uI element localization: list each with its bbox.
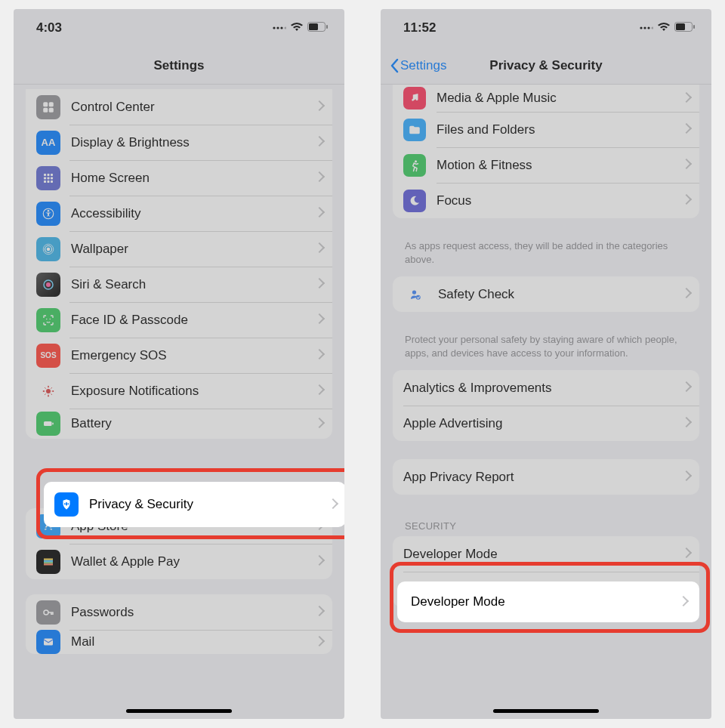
control-center-icon [36,95,60,119]
svg-point-53 [640,26,642,29]
back-label: Settings [400,58,446,73]
status-bar: 11:52 [381,9,711,47]
svg-line-36 [45,393,46,395]
row-focus[interactable]: Focus [393,183,699,218]
phone-privacy-security: 11:52 Settings Privacy & Security Media … [381,9,711,719]
wallpaper-icon [36,237,60,261]
footer-safety-note: Protect your personal safety by staying … [381,327,711,370]
row-wallet[interactable]: Wallet & Apple Pay [26,544,332,579]
row-label: Analytics & Improvements [403,381,683,396]
faceid-icon [36,308,60,332]
svg-rect-58 [676,23,685,30]
row-siri-search[interactable]: Siri & Search [26,267,332,302]
row-display-brightness[interactable]: AA Display & Brightness [26,125,332,160]
section-header-security: SECURITY [381,510,711,536]
svg-point-41 [52,390,54,392]
sos-icon: SOS [36,344,60,368]
row-app-privacy-report[interactable]: App Privacy Report [393,459,699,495]
svg-rect-5 [309,23,318,30]
svg-point-39 [48,395,49,396]
chevron-right-icon [683,472,689,482]
svg-point-3 [284,26,286,29]
row-motion-fitness[interactable]: Motion & Fitness [393,147,699,183]
row-battery[interactable]: Battery [26,409,332,439]
svg-rect-6 [326,25,328,29]
svg-point-55 [647,26,649,29]
svg-rect-46 [44,562,53,563]
battery-row-icon [36,412,60,436]
wifi-icon [657,20,671,35]
row-mail[interactable]: Mail [26,630,332,654]
svg-rect-14 [44,177,46,179]
chevron-right-icon [680,597,686,607]
svg-point-22 [47,247,51,251]
svg-point-29 [46,389,51,393]
svg-point-2 [280,26,282,29]
music-icon [403,87,426,110]
home-screen-icon [36,166,60,190]
svg-point-26 [46,282,51,287]
row-accessibility[interactable]: Accessibility [26,196,332,231]
svg-point-27 [46,318,48,319]
row-label: Privacy & Security [89,497,329,512]
status-time: 11:52 [403,20,436,35]
safety-check-icon [403,282,427,307]
svg-point-61 [412,290,416,294]
svg-rect-16 [51,177,53,179]
svg-point-51 [64,503,66,504]
row-home-screen[interactable]: Home Screen [26,160,332,196]
chevron-right-icon [316,557,322,566]
row-files-folders[interactable]: Files and Folders [393,112,699,147]
svg-point-21 [48,209,50,211]
svg-rect-13 [51,174,53,176]
row-label: Developer Mode [411,594,680,609]
svg-line-35 [51,393,52,395]
home-indicator[interactable] [126,709,232,713]
row-label: Emergency SOS [71,348,316,363]
row-developer-mode[interactable]: Developer Mode [393,536,699,572]
row-faceid-passcode[interactable]: Face ID & Passcode [26,302,332,338]
chevron-right-icon [683,125,689,134]
display-icon: AA [36,131,60,155]
chevron-right-icon [316,419,322,429]
row-label: Focus [437,193,683,208]
row-safety-check[interactable]: Safety Check [393,276,699,312]
accessibility-icon [36,202,60,226]
status-indicators [273,20,328,35]
settings-list[interactable]: Control Center AA Display & Brightness H… [14,85,344,719]
row-label: App Privacy Report [403,470,683,485]
svg-point-48 [44,610,48,615]
row-passwords[interactable]: Passwords [26,594,332,630]
row-label: Files and Folders [437,122,683,137]
status-time: 4:03 [36,20,62,35]
row-exposure-notifications[interactable]: Exposure Notifications [26,373,332,409]
svg-rect-43 [52,423,54,425]
chevron-right-icon [316,350,322,360]
chevron-right-icon [683,549,689,559]
privacy-icon [54,492,79,517]
row-media-apple-music[interactable]: Media & Apple Music [393,85,699,112]
row-emergency-sos[interactable]: SOS Emergency SOS [26,338,332,373]
fitness-icon [403,154,426,177]
svg-point-54 [643,26,646,29]
row-apple-advertising[interactable]: Apple Advertising [393,406,699,441]
chevron-right-icon [683,383,689,393]
privacy-list[interactable]: Media & Apple Music Files and Folders Mo… [381,85,711,719]
row-label: Siri & Search [71,277,316,292]
chevron-right-icon [316,244,322,254]
phone-settings: 4:03 Settings Control Center AA Disp [14,9,344,719]
svg-rect-44 [44,558,53,560]
row-label: Passwords [71,605,316,620]
row-wallpaper[interactable]: Wallpaper [26,231,332,267]
home-indicator[interactable] [493,709,599,713]
siri-icon [36,273,60,297]
svg-point-28 [50,318,51,319]
svg-rect-11 [44,174,46,176]
row-analytics[interactable]: Analytics & Improvements [393,370,699,406]
row-label: Mail [71,634,316,649]
cellular-dots-icon [640,20,653,35]
nav-header: Settings Privacy & Security [381,47,711,85]
back-button[interactable]: Settings [390,58,446,73]
svg-rect-59 [693,25,695,29]
row-control-center[interactable]: Control Center [26,89,332,125]
